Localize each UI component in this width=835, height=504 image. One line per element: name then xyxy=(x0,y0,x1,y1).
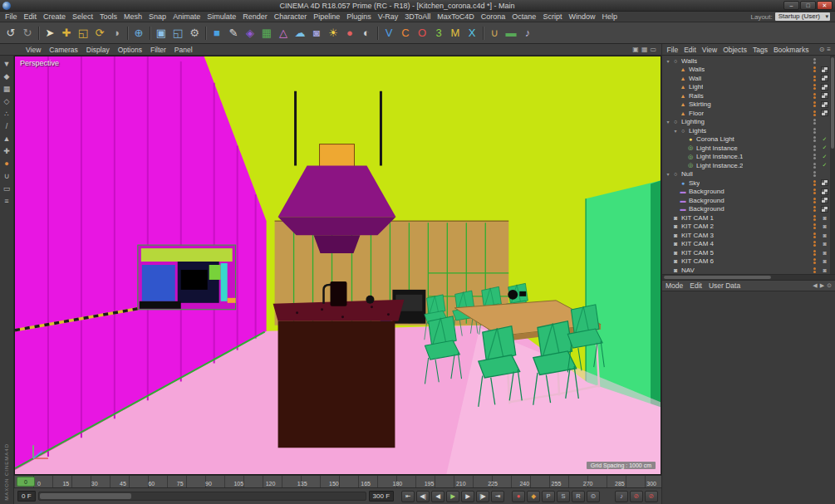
object-tag[interactable] xyxy=(821,162,828,169)
menu-item[interactable]: Render xyxy=(239,12,271,21)
attribute-manager-menu-item[interactable]: Mode xyxy=(662,281,686,290)
deformer-icon[interactable]: △ xyxy=(275,23,292,42)
points-mode-icon[interactable]: ∴ xyxy=(0,107,13,120)
menu-item[interactable]: Select xyxy=(69,12,96,21)
object-row[interactable]: Floor xyxy=(662,109,835,118)
menu-item[interactable]: Pipeline xyxy=(310,12,343,21)
workplane-icon[interactable]: ▬ xyxy=(503,23,519,42)
menu-item[interactable]: File xyxy=(2,12,21,21)
visibility-dots[interactable] xyxy=(813,128,816,130)
render-region-icon[interactable]: ◱ xyxy=(169,23,186,42)
next-key-button[interactable]: |▶ xyxy=(476,491,489,502)
object-tag[interactable] xyxy=(821,241,828,247)
menu-item[interactable]: Plugins xyxy=(343,12,375,21)
object-tag[interactable] xyxy=(821,154,828,160)
viewport-menu-item[interactable]: Cameras xyxy=(45,46,81,54)
menu-item[interactable]: Tools xyxy=(96,12,120,21)
autokey-button[interactable]: ◆ xyxy=(527,491,540,502)
menu-item[interactable]: Animate xyxy=(169,12,204,21)
xparticles-plugin-icon[interactable]: X xyxy=(464,23,480,42)
toolbar-icon[interactable] xyxy=(36,23,42,42)
object-manager-menu-item[interactable]: Bookmarks xyxy=(770,46,812,54)
threedtoall-plugin-icon[interactable]: 3 xyxy=(430,23,447,42)
expand-arrow-icon[interactable] xyxy=(665,171,671,177)
redo-icon[interactable]: ↻ xyxy=(19,23,36,42)
maxtoc4d-plugin-icon[interactable]: M xyxy=(447,23,464,42)
prev-frame-button[interactable]: ◀ xyxy=(431,491,445,502)
object-row[interactable]: KIT CAM 6 xyxy=(662,257,835,267)
snap-toggle-icon[interactable]: ∪ xyxy=(486,23,503,42)
history-back-icon[interactable]: ◀ xyxy=(813,282,817,289)
view-maximize-icon[interactable]: ▭ xyxy=(650,46,656,53)
expand-arrow-icon[interactable] xyxy=(665,119,671,125)
menu-item[interactable]: MaxToC4D xyxy=(434,12,478,21)
quantize-icon[interactable]: ≡ xyxy=(0,194,13,207)
add-cube-icon[interactable]: ■ xyxy=(209,23,225,42)
object-tag[interactable] xyxy=(821,188,828,195)
visibility-dots[interactable] xyxy=(813,101,816,104)
object-tag[interactable] xyxy=(821,197,828,203)
goto-start-button[interactable]: ⇤ xyxy=(401,491,415,502)
menu-item[interactable]: Create xyxy=(40,12,69,21)
close-button[interactable]: ✕ xyxy=(817,1,833,10)
object-tag[interactable] xyxy=(821,136,828,143)
light-object-icon[interactable]: ☀ xyxy=(325,23,341,42)
menu-item[interactable]: Edit xyxy=(21,12,41,21)
menu-item[interactable]: Snap xyxy=(145,12,169,21)
vray-plugin-icon[interactable]: V xyxy=(381,23,397,42)
viewport-menu-item[interactable]: Display xyxy=(82,46,114,54)
current-frame-field[interactable]: 0 F xyxy=(17,491,36,502)
menu-item[interactable]: Script xyxy=(539,12,565,21)
view-layout-icon[interactable]: ▦ xyxy=(641,46,648,53)
object-tag[interactable] xyxy=(821,101,828,108)
visibility-dots[interactable] xyxy=(813,76,816,78)
visibility-dots[interactable] xyxy=(813,171,816,174)
viewport-solo-icon[interactable]: ● xyxy=(0,157,13,169)
visibility-dots[interactable] xyxy=(813,154,816,156)
search-icon[interactable]: ⊙ xyxy=(819,46,825,53)
object-row[interactable]: Light Instance.2 xyxy=(662,161,835,170)
render-abort-button[interactable]: ⊘ xyxy=(645,491,658,502)
menu-item[interactable]: Simulate xyxy=(204,12,239,21)
object-tag[interactable] xyxy=(821,249,828,256)
om-horizontal-scrollbar[interactable] xyxy=(662,274,835,280)
expand-arrow-icon[interactable] xyxy=(672,128,679,134)
record-position-button[interactable]: P xyxy=(542,491,555,502)
object-row[interactable]: Walls xyxy=(662,56,835,66)
record-scale-button[interactable]: S xyxy=(557,491,570,502)
viewport-menu-item[interactable]: View xyxy=(22,46,45,54)
subdivision-surface-icon[interactable]: ◈ xyxy=(242,23,258,42)
visibility-dots[interactable] xyxy=(813,250,816,252)
visibility-dots[interactable] xyxy=(813,215,816,218)
object-row[interactable]: Light xyxy=(662,83,835,92)
record-keyframe-button[interactable]: ● xyxy=(512,491,525,502)
object-tag[interactable] xyxy=(821,267,828,273)
enable-snap-icon[interactable]: ∪ xyxy=(0,169,13,182)
attribute-manager-menu-item[interactable]: User Data xyxy=(705,281,744,290)
object-tag[interactable] xyxy=(821,206,828,213)
object-row[interactable]: Light Instance.1 xyxy=(662,153,835,162)
last-tool-icon[interactable]: ◑ xyxy=(108,23,125,42)
menu-item[interactable]: 3DToAll xyxy=(401,12,434,21)
object-row[interactable]: Walls xyxy=(662,66,835,75)
toolbar-icon[interactable] xyxy=(375,23,381,42)
filter-icon[interactable]: ≡ xyxy=(827,46,831,53)
array-modifier-icon[interactable]: ▦ xyxy=(258,23,275,42)
object-row[interactable]: KIT CAM 1 xyxy=(662,213,835,223)
visibility-dots[interactable] xyxy=(813,66,816,69)
layout-switcher[interactable]: Layout: Startup (User) xyxy=(751,12,833,21)
move-tool-icon[interactable]: ✚ xyxy=(58,23,75,42)
visibility-dots[interactable] xyxy=(813,163,816,165)
visibility-dots[interactable] xyxy=(813,145,816,148)
object-tag[interactable] xyxy=(821,75,828,81)
render-view-icon[interactable]: ▣ xyxy=(153,23,169,42)
visibility-dots[interactable] xyxy=(813,180,816,183)
object-row[interactable]: Wall xyxy=(662,74,835,83)
om-vertical-scrollbar[interactable] xyxy=(830,56,835,274)
shader-icon[interactable]: ◐ xyxy=(358,23,375,42)
object-row[interactable]: Light Instance xyxy=(662,144,835,153)
visibility-dots[interactable] xyxy=(813,58,816,61)
menu-item[interactable]: Window xyxy=(565,12,598,21)
object-row[interactable]: KIT CAM 5 xyxy=(662,248,835,257)
viewport-menu-item[interactable]: Panel xyxy=(170,46,197,54)
